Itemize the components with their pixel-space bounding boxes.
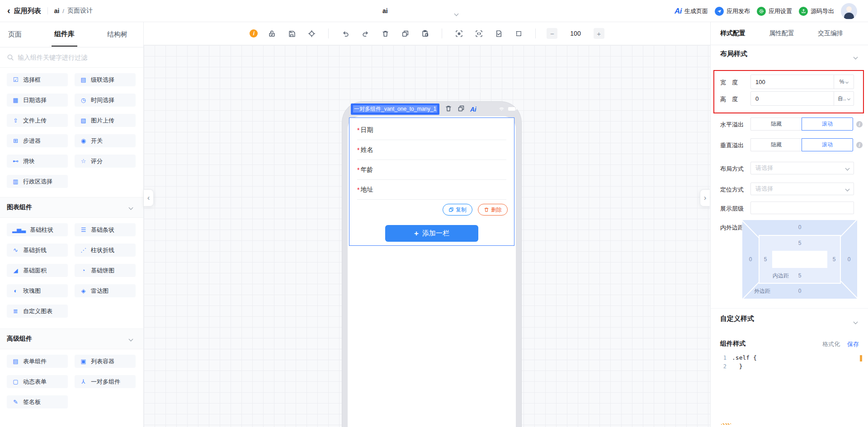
form-field-row[interactable]: * 年龄 <box>357 160 506 180</box>
one-to-many-component[interactable]: * 日期 * 姓名 * <box>349 117 514 246</box>
component-item[interactable]: ◷ 时间选择 <box>75 94 136 107</box>
code-line[interactable]: 1 .self { <box>720 353 864 362</box>
back-chevron-icon[interactable]: ‹ <box>7 5 10 16</box>
v-overflow-hide-option[interactable]: 隐藏 <box>750 138 802 151</box>
height-input[interactable]: 0 <box>751 95 834 102</box>
add-row-button[interactable]: + 添加一栏 <box>385 225 478 242</box>
lock-button[interactable] <box>266 28 278 39</box>
export-source-button[interactable]: 源码导出 <box>799 7 834 16</box>
width-unit-select[interactable]: % <box>834 75 854 89</box>
position-mode-select[interactable]: 请选择 <box>750 183 854 195</box>
page-validate-button[interactable] <box>493 28 505 39</box>
component-item[interactable]: ▧ 图片上传 <box>75 114 136 127</box>
css-code-editor[interactable]: 1 .self { 2 } <box>720 353 864 426</box>
width-input[interactable]: 100 <box>751 79 834 85</box>
tab-component-library[interactable]: 组件库 <box>52 23 77 47</box>
component-item[interactable]: ≣ 自定义图表 <box>7 305 68 318</box>
form-field-row[interactable]: * 地址 <box>357 180 506 200</box>
advanced-components-section-header[interactable]: 高级组件 <box>0 328 143 349</box>
component-item[interactable]: ◐ 玫瑰图 <box>7 284 68 297</box>
component-item[interactable]: ◈ 雷达图 <box>75 284 136 297</box>
padding-right-value[interactable]: 5 <box>833 256 836 263</box>
generate-page-button[interactable]: Ai 生成页面 <box>675 7 708 16</box>
publish-app-button[interactable]: 应用发布 <box>715 7 750 16</box>
padding-bottom-value[interactable]: 5 <box>798 272 802 279</box>
view-code-button[interactable] <box>473 28 485 39</box>
component-item[interactable]: ⇧ 文件上传 <box>7 114 68 127</box>
back-to-app-list[interactable]: 应用列表 <box>14 7 41 15</box>
info-icon[interactable]: i <box>856 142 863 148</box>
component-item[interactable]: ∿ 基础折线 <box>7 244 68 257</box>
tab-pages[interactable]: 页面 <box>5 23 24 46</box>
form-field-row[interactable]: * 日期 <box>357 120 506 140</box>
current-page-select-value[interactable]: ai <box>382 7 388 14</box>
save-button[interactable] <box>286 28 297 39</box>
tab-style-config[interactable]: 样式配置 <box>720 29 745 38</box>
component-item[interactable]: ⊷ 滑块 <box>7 155 68 168</box>
tab-property-config[interactable]: 属性配置 <box>769 29 794 38</box>
redo-button[interactable] <box>359 28 371 39</box>
component-item[interactable]: ☆ 评分 <box>75 155 136 168</box>
crosshair-locate-button[interactable] <box>306 28 317 39</box>
component-item[interactable]: ⋰ 柱状折线 <box>75 244 136 257</box>
component-item[interactable]: ▣ 列表容器 <box>75 355 136 368</box>
warning-icon[interactable]: i <box>250 29 258 38</box>
padding-left-value[interactable]: 5 <box>764 256 767 263</box>
collapse-left-panel-handle[interactable]: ‹ <box>144 189 154 206</box>
duplicate-component-icon[interactable] <box>458 105 465 114</box>
format-code-link[interactable]: 格式化 <box>822 340 840 348</box>
delete-row-button[interactable]: 删除 <box>478 204 508 216</box>
search-input[interactable] <box>18 54 131 61</box>
form-field-row[interactable]: * 姓名 <box>357 140 506 160</box>
component-item[interactable]: ⅄ 一对多组件 <box>75 375 136 388</box>
component-item[interactable]: ◔ 基础饼图 <box>75 264 136 277</box>
component-item[interactable]: ◉ 开关 <box>75 134 136 147</box>
page-select-chevron-icon[interactable] <box>455 9 458 17</box>
code-line[interactable]: 2 } <box>720 362 864 371</box>
component-item[interactable]: ▦ 日期选择 <box>7 94 68 107</box>
ai-assist-icon[interactable]: Ai <box>470 106 476 113</box>
component-item[interactable]: ▥ 行政区选择 <box>7 175 68 188</box>
chart-components-section-header[interactable]: 图表组件 <box>0 197 143 218</box>
component-item[interactable]: ✎ 签名板 <box>7 395 68 408</box>
frame-artboard-button[interactable] <box>513 28 524 39</box>
copy-button[interactable] <box>399 28 411 39</box>
preview-button[interactable] <box>453 28 465 39</box>
h-overflow-scroll-option[interactable]: 滚动 <box>802 117 853 131</box>
canvas-grid-area[interactable]: 一对多组件_vant_one_to_many_1 Ai * 日期 <box>144 45 710 427</box>
component-name-tag[interactable]: 一对多组件_vant_one_to_many_1 <box>351 103 439 115</box>
padding-top-value[interactable]: 5 <box>798 240 802 246</box>
tab-interaction-config[interactable]: 交互编排 <box>818 29 843 38</box>
undo-button[interactable] <box>340 28 351 39</box>
box-model-diagram[interactable]: 0 5 0 5 5 0 内边距 5 外边距 0 <box>742 220 857 299</box>
component-item[interactable]: ▂▅▃ 基础柱状 <box>7 223 68 236</box>
delete-button[interactable] <box>379 28 391 39</box>
v-overflow-scroll-option[interactable]: 滚动 <box>802 138 853 151</box>
copy-row-button[interactable]: 复制 <box>443 204 472 216</box>
paste-button[interactable] <box>419 28 431 39</box>
h-overflow-hide-option[interactable]: 隐藏 <box>750 117 802 131</box>
collapse-layout-section-chevron[interactable] <box>854 52 857 61</box>
zoom-out-button[interactable]: − <box>547 28 557 39</box>
margin-left-value[interactable]: 0 <box>749 256 752 263</box>
tab-structure-tree[interactable]: 结构树 <box>104 23 130 46</box>
save-style-link[interactable]: 保存 <box>847 340 859 348</box>
user-avatar[interactable] <box>841 3 857 19</box>
delete-component-icon[interactable] <box>445 105 452 114</box>
z-index-input[interactable] <box>750 202 854 214</box>
margin-top-value[interactable]: 0 <box>798 224 802 230</box>
app-settings-button[interactable]: 应用设置 <box>757 7 792 16</box>
margin-right-value[interactable]: 0 <box>848 256 851 263</box>
layout-mode-select[interactable]: 请选择 <box>750 162 854 174</box>
collapse-right-panel-handle[interactable]: › <box>700 189 710 206</box>
margin-bottom-value[interactable]: 0 <box>798 288 802 294</box>
component-item[interactable]: ☑ 选择框 <box>7 73 68 86</box>
component-item[interactable]: ▤ 表单组件 <box>7 355 68 368</box>
height-unit-select[interactable]: 自.. <box>834 92 854 105</box>
component-item[interactable]: ▢ 动态表单 <box>7 375 68 388</box>
info-icon[interactable]: i <box>856 121 863 127</box>
component-item[interactable]: ☰ 基础条状 <box>75 223 136 236</box>
collapse-custom-section-chevron[interactable] <box>854 317 857 325</box>
component-item[interactable]: ▤ 级联选择 <box>75 73 136 86</box>
zoom-in-button[interactable]: + <box>594 28 604 39</box>
